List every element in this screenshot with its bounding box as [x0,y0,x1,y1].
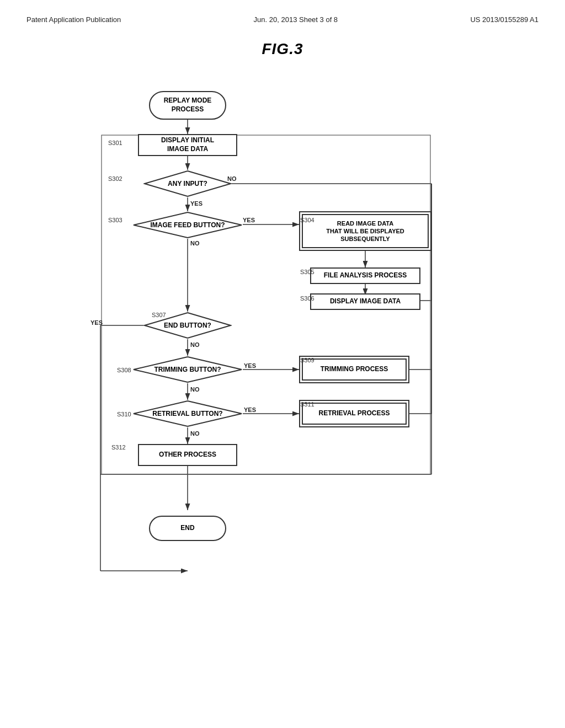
step-s305: S305 [300,269,315,275]
step-s304: S304 [300,217,315,223]
s309-node: TRIMMING PROCESS [299,356,409,383]
step-s307: S307 [152,312,166,318]
step-s309: S309 [300,357,315,363]
s307-no-label: NO [190,341,200,348]
step-s308: S308 [117,367,131,373]
step-s302: S302 [108,175,122,182]
start-node: REPLAY MODE PROCESS [149,91,226,120]
s312-node: OTHER PROCESS [138,444,237,466]
header-left: Patent Application Publication [26,15,121,24]
s307-yes-label: YES [90,319,103,326]
s303-yes-label: YES [243,217,255,223]
s303-no-label: NO [190,240,200,247]
s308-yes-label: YES [244,362,256,369]
s302-node: ANY INPUT? [143,170,232,197]
s308-node: TRIMMING BUTTON? [132,356,243,383]
step-s312: S312 [111,444,126,451]
s310-no-label: NO [190,430,200,437]
step-s311: S311 [300,401,315,408]
header-center: Jun. 20, 2013 Sheet 3 of 8 [254,15,338,24]
s304-node: READ IMAGE DATA THAT WILL BE DISPLAYED S… [299,211,431,251]
s311-node: RETRIEVAL PROCESS [299,400,409,427]
step-s301: S301 [108,140,122,146]
flowchart: REPLAY MODE PROCESS S301 DISPLAY INITIAL… [45,74,520,654]
s308-no-label: NO [190,386,200,393]
figure-title: FIG.3 [0,40,565,58]
s302-no-label: NO [227,175,237,182]
page-header: Patent Application Publication Jun. 20, … [0,0,565,24]
s310-node: RETRIEVAL BUTTON? [132,400,243,427]
arrows-svg [45,74,520,654]
s306-node: DISPLAY IMAGE DATA [310,293,420,310]
header-right: US 2013/0155289 A1 [470,15,539,24]
s305-node: FILE ANALYSIS PROCESS [310,267,420,284]
s310-yes-label: YES [244,406,256,413]
s303-node: IMAGE FEED BUTTON? [132,211,243,239]
step-s306: S306 [300,295,315,302]
step-s310: S310 [117,411,131,417]
end-node: END [149,516,226,541]
s301-node: DISPLAY INITIAL IMAGE DATA [138,134,237,156]
s302-yes-label: YES [190,200,202,207]
step-s303: S303 [108,217,122,223]
